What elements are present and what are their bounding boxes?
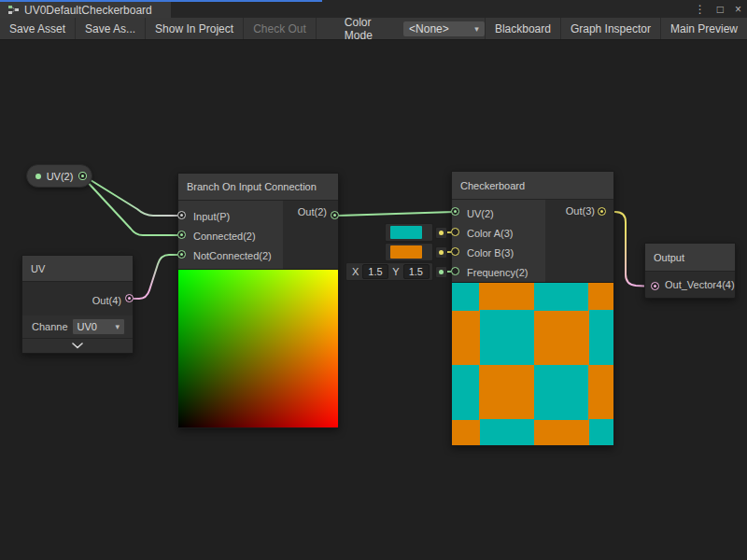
edge-uv2-to-input[interactable] <box>83 175 178 216</box>
node-title: Output <box>645 244 735 272</box>
port-cb-frequency[interactable] <box>451 267 459 275</box>
color-b-swatch[interactable] <box>390 245 422 259</box>
property-dot-icon <box>35 174 41 179</box>
edge-out2-to-uv2[interactable] <box>338 212 454 216</box>
collapse-button[interactable] <box>22 338 133 353</box>
node-title: Branch On Input Connection <box>178 174 338 201</box>
node-title: UV <box>22 256 133 282</box>
port-uv2-out[interactable] <box>78 172 87 180</box>
tab-strip: UV0DefaultCheckerboard ⋮ □ × <box>0 0 747 18</box>
port-label-connected: Connected(2) <box>178 226 338 245</box>
port-label-out3: Out(3) <box>566 205 595 217</box>
port-notconnected[interactable] <box>177 250 186 259</box>
color-mode-label: Color Mode <box>345 16 396 42</box>
node-branch-on-input-connection[interactable]: Branch On Input Connection Input(P) Conn… <box>177 173 339 428</box>
shader-graph-window: UV0DefaultCheckerboard ⋮ □ × Save Asset … <box>0 0 747 560</box>
channel-label: Channe <box>32 321 68 332</box>
port-label-colorb: Color B(3) <box>452 243 613 262</box>
uv-gradient-preview <box>178 269 338 427</box>
graph-inspector-button[interactable]: Graph Inspector <box>560 18 660 39</box>
node-uv2-property[interactable]: UV(2) <box>26 164 92 188</box>
frequency-widget: X 1.5 Y 1.5 <box>345 262 433 281</box>
channel-value: UV0 <box>78 321 97 332</box>
menu-icon[interactable]: ⋮ <box>695 3 706 16</box>
node-checkerboard[interactable]: Checkerboard UV(2) Color A(3) Color B(3)… <box>451 171 614 446</box>
port-label-frequency: Frequency(2) <box>452 262 613 282</box>
toolbar: Save Asset Save As... Show In Project Ch… <box>0 18 747 40</box>
property-label: UV(2) <box>47 171 74 182</box>
port-input-p[interactable] <box>177 211 186 219</box>
tab-title: UV0DefaultCheckerboard <box>24 4 152 17</box>
graph-canvas[interactable]: UV(2) Branch On Input Connection Input(P… <box>0 40 747 559</box>
port-out-vector4[interactable] <box>651 282 659 290</box>
node-uv[interactable]: UV Out(4) Channe UV0 ▾ <box>21 255 134 354</box>
port-connected[interactable] <box>177 231 186 239</box>
port-cb-colora[interactable] <box>451 228 459 236</box>
blackboard-button[interactable]: Blackboard <box>485 18 560 39</box>
tab-uv0defaultcheckerboard[interactable]: UV0DefaultCheckerboard <box>0 2 171 18</box>
node-output[interactable]: Output Out_Vector4(4) <box>644 243 736 299</box>
chevron-down-icon <box>72 343 83 349</box>
color-mode-value: <None> <box>409 22 449 35</box>
port-cb-colorb[interactable] <box>451 247 459 256</box>
color-b-dot-icon <box>439 250 444 255</box>
port-label-colora: Color A(3) <box>452 223 613 243</box>
edge-uv2-to-connected[interactable] <box>83 177 178 235</box>
check-out-button: Check Out <box>244 18 317 39</box>
color-mode-dropdown[interactable]: <None> ▾ <box>403 21 485 36</box>
chevron-down-icon: ▾ <box>474 24 479 34</box>
color-mode-group: Color Mode <None> ▾ <box>345 18 485 39</box>
color-b-widget[interactable] <box>385 243 433 261</box>
x-value-field[interactable]: 1.5 <box>362 264 388 279</box>
channel-dropdown[interactable]: UV0 ▾ <box>72 318 125 335</box>
port-label-notconnected: NotConnected(2) <box>178 245 338 265</box>
port-cb-uv2[interactable] <box>451 207 459 216</box>
color-a-dot-icon <box>439 231 444 235</box>
port-out3[interactable] <box>598 207 606 216</box>
frequency-dot-icon <box>439 270 444 274</box>
checkerboard-preview <box>452 282 613 445</box>
chevron-down-icon: ▾ <box>115 322 120 331</box>
y-label: Y <box>392 266 399 277</box>
color-a-port-box[interactable] <box>435 227 447 239</box>
edge-uvout4-to-notconnected[interactable] <box>130 255 178 299</box>
show-in-project-button[interactable]: Show In Project <box>146 18 244 39</box>
port-label-out4: Out(4) <box>92 295 121 306</box>
save-as-button[interactable]: Save As... <box>76 18 146 39</box>
y-value-field[interactable]: 1.5 <box>403 264 430 279</box>
close-icon[interactable]: × <box>735 3 741 16</box>
color-a-widget[interactable] <box>385 223 433 242</box>
color-a-swatch[interactable] <box>390 226 422 239</box>
port-out2[interactable] <box>331 211 339 219</box>
save-asset-button[interactable]: Save Asset <box>0 18 76 39</box>
port-label-out2: Out(2) <box>298 206 327 217</box>
main-preview-button[interactable]: Main Preview <box>660 18 747 39</box>
frequency-port-box[interactable] <box>435 266 447 278</box>
shader-graph-icon <box>7 4 20 16</box>
port-out4[interactable] <box>125 294 134 302</box>
maximize-icon[interactable]: □ <box>717 3 724 16</box>
x-label: X <box>352 266 359 277</box>
node-title: Checkerboard <box>452 172 613 200</box>
color-b-port-box[interactable] <box>435 246 447 259</box>
